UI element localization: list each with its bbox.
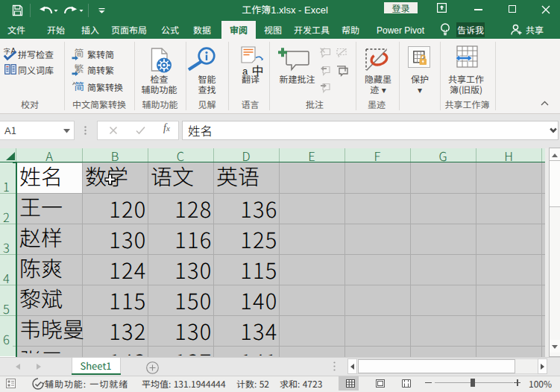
svg-text:字: 字 [4,46,10,56]
svg-text:简: 简 [75,78,85,93]
